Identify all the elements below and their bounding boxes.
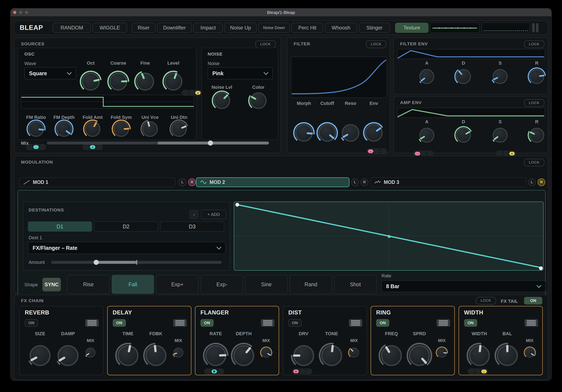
flanger-menu-button[interactable] (261, 319, 274, 327)
mix-knob[interactable] (172, 346, 185, 359)
time-knob[interactable] (115, 342, 141, 369)
bar-button-2[interactable] (536, 23, 539, 32)
mix-knob[interactable] (84, 346, 97, 359)
dist-menu-button[interactable] (349, 319, 362, 327)
tone-knob[interactable] (318, 342, 345, 369)
fold-amt-knob[interactable] (83, 119, 102, 139)
mix-knob[interactable] (524, 346, 536, 359)
level-knob[interactable] (162, 70, 185, 93)
preset-noise-up[interactable]: Noise Up (224, 23, 257, 33)
preset-noise-down[interactable]: Noise Down (258, 23, 290, 33)
noise-dropdown[interactable]: Pink (208, 67, 273, 80)
reverb-menu-button[interactable] (85, 319, 99, 327)
env-knob[interactable] (363, 122, 385, 144)
mod1-r-button[interactable]: R (188, 178, 196, 186)
dest-tab-d2[interactable]: D2 (94, 221, 158, 231)
mod2-r-button[interactable]: R (361, 178, 368, 186)
d-knob[interactable] (454, 67, 473, 86)
mix-knob[interactable] (436, 346, 448, 359)
freq-knob[interactable] (378, 342, 405, 369)
wave-dropdown[interactable]: Square (24, 67, 76, 80)
amount-slider-thumb[interactable] (94, 260, 99, 265)
r-knob[interactable] (527, 67, 546, 86)
color-knob[interactable] (248, 90, 269, 111)
preset-riser[interactable]: Riser (132, 23, 155, 33)
s-knob[interactable] (491, 126, 509, 145)
shape-fall[interactable]: Fall (112, 275, 154, 294)
shape-shot[interactable]: Shot (334, 275, 376, 294)
sources-lock-button[interactable]: LOCK (255, 40, 276, 48)
shape-exp-[interactable]: Exp- (201, 275, 243, 294)
fdbk-knob[interactable] (143, 342, 169, 369)
size-knob[interactable] (27, 342, 53, 369)
drv-knob[interactable] (291, 342, 317, 369)
s-knob[interactable] (491, 67, 509, 86)
depth-knob[interactable] (231, 342, 257, 369)
add-destination-button[interactable]: + ADD (201, 209, 226, 219)
fine-knob[interactable] (134, 70, 156, 93)
shape-rand[interactable]: Rand (290, 275, 332, 294)
reso-knob[interactable] (340, 122, 362, 144)
preset-impact[interactable]: Impact (193, 23, 223, 33)
delay-on-toggle[interactable]: ON (113, 319, 126, 327)
modulation-lock-button[interactable]: LOCK (524, 159, 544, 166)
uni-vce-knob[interactable] (140, 119, 160, 139)
morph-knob[interactable] (293, 122, 315, 144)
mod-tab-1[interactable]: MOD 1 (19, 177, 175, 187)
reverb-on-toggle[interactable]: ON (25, 319, 38, 327)
uni-dtn-knob[interactable] (169, 119, 189, 139)
mod-tab-2[interactable]: MOD 2 (196, 177, 350, 187)
mod3-r-button[interactable]: R (538, 178, 545, 186)
preset-perc-hit[interactable]: Perc Hit (291, 23, 323, 33)
preset-wiggle[interactable]: WIGGLE (92, 23, 127, 33)
cutoff-knob[interactable] (316, 122, 338, 144)
noise-lvl-knob[interactable] (211, 90, 232, 111)
remove-destination-button[interactable]: - (189, 209, 199, 219)
rate-knob[interactable] (203, 342, 229, 369)
preset-downlifter[interactable]: Downlifter (157, 23, 192, 33)
r-knob[interactable] (527, 126, 546, 145)
preset-stinger[interactable]: Stinger (359, 23, 390, 33)
amp-env-lock-button[interactable]: LOCK (524, 99, 544, 107)
mix-knob[interactable] (348, 346, 360, 359)
fx-lock-button[interactable]: LOCK (476, 297, 496, 304)
dist-on-toggle[interactable]: ON (288, 319, 302, 327)
shape-sine[interactable]: Sine (245, 275, 288, 294)
d-knob[interactable] (454, 126, 473, 145)
a-knob[interactable] (418, 67, 436, 86)
damp-knob[interactable] (55, 342, 81, 369)
filter-env-lock-button[interactable]: LOCK (524, 40, 544, 48)
bar-button-1[interactable] (532, 23, 535, 32)
bal-knob[interactable] (494, 342, 520, 369)
preset-texture[interactable]: Texture (395, 23, 429, 33)
mod1-l-button[interactable]: L (179, 178, 186, 186)
width-on-toggle[interactable]: ON (464, 319, 477, 327)
fm-ratio-knob[interactable] (26, 119, 46, 139)
mod3-l-button[interactable]: L (528, 178, 536, 186)
fx-tail-toggle[interactable]: ON (524, 297, 542, 304)
mod-shape-display[interactable] (234, 202, 544, 271)
amount-slider[interactable] (51, 261, 222, 264)
shape-rise[interactable]: Rise (67, 275, 110, 294)
mod2-l-button[interactable]: L (351, 178, 359, 186)
fold-sym-knob[interactable] (111, 119, 131, 139)
fm-depth-knob[interactable] (54, 119, 74, 139)
ring-on-toggle[interactable]: ON (376, 319, 389, 327)
dest1-dropdown[interactable]: FX/Flanger – Rate (28, 242, 226, 254)
a-knob[interactable] (418, 126, 436, 145)
rate-dropdown[interactable]: 8 Bar (381, 280, 546, 292)
mix-knob[interactable] (260, 346, 272, 359)
mod-tab-3[interactable]: MOD 3 (370, 177, 526, 187)
ring-menu-button[interactable] (436, 319, 450, 327)
flanger-on-toggle[interactable]: ON (200, 319, 214, 327)
delay-menu-button[interactable] (173, 319, 187, 327)
dest-tab-d3[interactable]: D3 (160, 221, 224, 231)
oct-knob[interactable] (80, 70, 102, 93)
mix-slider-track[interactable] (47, 141, 269, 145)
shape-exp-[interactable]: Exp+ (156, 275, 199, 294)
preset-whoosh[interactable]: Whoosh (325, 23, 357, 33)
mix-slider-thumb[interactable] (208, 140, 213, 146)
coarse-knob[interactable] (107, 70, 129, 93)
width-knob[interactable] (466, 342, 492, 369)
dest-tab-d1[interactable]: D1 (28, 221, 92, 231)
